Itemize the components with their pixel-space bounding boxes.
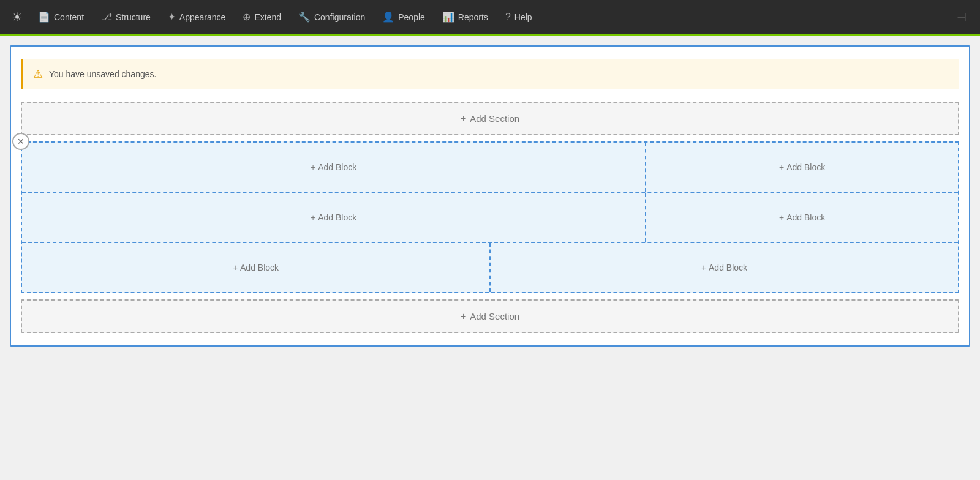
grid-cell-2-2[interactable]: + Add Block: [646, 193, 958, 242]
add-block-icon-2-1: +: [311, 212, 315, 222]
reports-icon: 📊: [442, 11, 454, 23]
home-icon: ☀: [12, 10, 23, 24]
grid-cell-1-2[interactable]: + Add Block: [646, 143, 958, 192]
warning-icon: ⚠: [33, 67, 43, 81]
add-block-label-1-2: Add Block: [786, 162, 825, 172]
nav-item-appearance[interactable]: ✦ Appearance: [159, 0, 235, 34]
warning-message: You have unsaved changes.: [49, 69, 156, 79]
nav-label-extend: Extend: [254, 12, 281, 22]
nav-item-reports[interactable]: 📊 Reports: [434, 0, 497, 34]
nav-item-content[interactable]: 📄 Content: [29, 0, 92, 34]
nav-label-appearance: Appearance: [179, 12, 226, 22]
help-icon: ?: [505, 12, 511, 23]
add-section-plus-icon-top: +: [461, 113, 466, 124]
grid-cell-3-2[interactable]: + Add Block: [491, 243, 958, 292]
nav-label-help: Help: [514, 12, 532, 22]
add-section-plus-icon-bottom: +: [461, 311, 466, 322]
warning-banner: ⚠ You have unsaved changes.: [21, 59, 959, 89]
grid-row-2: + Add Block + Add Block: [22, 193, 958, 243]
add-block-icon-2-2: +: [779, 212, 784, 222]
grid-row-1: + Add Block + Add Block: [22, 143, 958, 193]
add-block-icon-3-1: +: [233, 263, 238, 272]
nav-label-people: People: [398, 12, 425, 22]
main-content: ⚠ You have unsaved changes. + Add Sectio…: [0, 36, 980, 480]
section-grid: + Add Block + Add Block + Add Block: [21, 141, 959, 293]
add-block-icon-1-1: +: [311, 162, 315, 172]
add-block-label-3-2: Add Block: [709, 263, 747, 272]
add-section-top[interactable]: + Add Section: [21, 102, 959, 135]
grid-cell-2-1[interactable]: + Add Block: [22, 193, 646, 242]
people-icon: 👤: [382, 11, 394, 23]
nav-item-people[interactable]: 👤 People: [374, 0, 434, 34]
close-section-button[interactable]: ✕: [12, 133, 29, 150]
add-block-label-1-1: Add Block: [318, 162, 356, 172]
page-builder: ⚠ You have unsaved changes. + Add Sectio…: [10, 45, 970, 347]
add-section-bottom[interactable]: + Add Section: [21, 299, 959, 333]
configuration-icon: 🔧: [298, 11, 311, 23]
nav-item-configuration[interactable]: 🔧 Configuration: [290, 0, 374, 34]
nav-label-reports: Reports: [458, 12, 488, 22]
grid-cell-3-1[interactable]: + Add Block: [22, 243, 491, 292]
home-button[interactable]: ☀: [5, 0, 29, 34]
add-section-label-top: Add Section: [470, 113, 519, 124]
close-icon: ✕: [17, 137, 24, 146]
toggle-icon: ⊣: [957, 11, 967, 23]
nav-item-structure[interactable]: ⎇ Structure: [92, 0, 159, 34]
sidebar-toggle-button[interactable]: ⊣: [948, 10, 975, 24]
nav-item-help[interactable]: ? Help: [497, 0, 541, 34]
grid-cell-1-1[interactable]: + Add Block: [22, 143, 646, 192]
navbar: ☀ 📄 Content ⎇ Structure ✦ Appearance ⊕ E…: [0, 0, 980, 34]
grid-row-3: + Add Block + Add Block: [22, 243, 958, 292]
nav-label-structure: Structure: [116, 12, 151, 22]
add-block-label-2-1: Add Block: [318, 212, 356, 222]
add-block-label-2-2: Add Block: [786, 212, 825, 222]
add-block-icon-1-2: +: [779, 162, 784, 172]
extend-icon: ⊕: [243, 11, 251, 23]
structure-icon: ⎇: [101, 11, 112, 23]
add-section-label-bottom: Add Section: [470, 311, 519, 321]
nav-item-extend[interactable]: ⊕ Extend: [234, 0, 290, 34]
nav-label-configuration: Configuration: [314, 12, 365, 22]
content-icon: 📄: [38, 11, 50, 23]
section-container: ✕ + Add Block + Add Block: [21, 141, 959, 293]
add-block-icon-3-2: +: [701, 263, 706, 272]
appearance-icon: ✦: [168, 11, 176, 23]
add-block-label-3-1: Add Block: [240, 263, 279, 272]
nav-label-content: Content: [54, 12, 84, 22]
